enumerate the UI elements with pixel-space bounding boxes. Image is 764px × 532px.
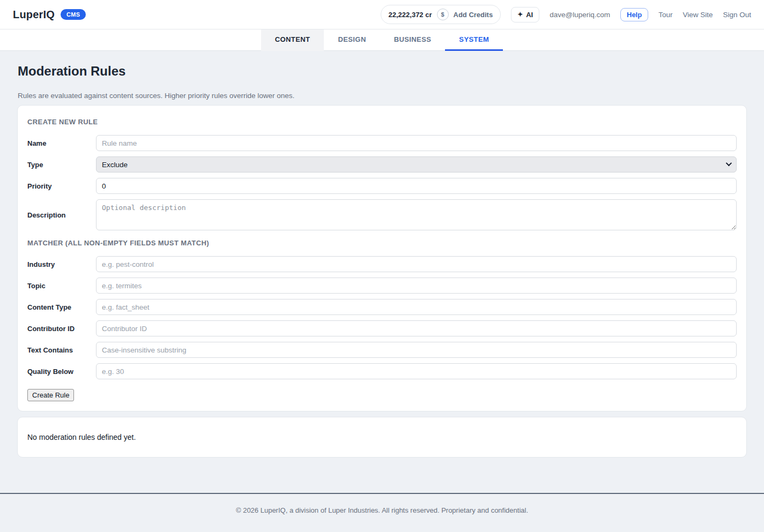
main-nav: CONTENT DESIGN BUSINESS SYSTEM xyxy=(0,29,764,51)
form-row-text-contains: Text Contains xyxy=(27,342,737,358)
sparkle-icon: ✦ xyxy=(517,11,523,18)
tab-content[interactable]: CONTENT xyxy=(261,29,324,51)
name-input[interactable] xyxy=(96,135,737,151)
cms-badge: CMS xyxy=(61,9,86,20)
tab-business[interactable]: BUSINESS xyxy=(380,29,446,51)
form-row-topic: Topic xyxy=(27,278,737,294)
tab-system[interactable]: SYSTEM xyxy=(445,29,503,51)
sign-out-link[interactable]: Sign Out xyxy=(723,11,751,19)
form-row-description: Description xyxy=(27,199,737,230)
create-rule-card: CREATE NEW RULE Name Type Exclude Priori… xyxy=(17,105,747,411)
form-row-contributor-id: Contributor ID xyxy=(27,320,737,336)
user-email: dave@luperiq.com xyxy=(550,11,610,19)
header-actions: 22,222,372 cr $ Add Credits ✦ AI dave@lu… xyxy=(381,5,751,24)
tour-link[interactable]: Tour xyxy=(658,11,672,19)
contributor-id-input[interactable] xyxy=(96,320,737,336)
page-subtitle: Rules are evaluated against content sour… xyxy=(18,92,747,100)
page-footer: © 2026 LuperIQ, a division of Luper Indu… xyxy=(0,493,764,532)
name-label: Name xyxy=(27,139,96,147)
industry-label: Industry xyxy=(27,260,96,268)
priority-input[interactable] xyxy=(96,178,737,194)
dollar-icon: $ xyxy=(437,9,449,20)
form-row-industry: Industry xyxy=(27,256,737,272)
description-label: Description xyxy=(27,211,96,219)
create-rule-button[interactable]: Create Rule xyxy=(27,389,74,401)
tab-design[interactable]: DESIGN xyxy=(324,29,380,51)
type-label: Type xyxy=(27,161,96,169)
description-textarea[interactable] xyxy=(96,199,737,230)
brand: LuperIQ CMS xyxy=(13,9,86,21)
add-credits-button[interactable]: Add Credits xyxy=(454,11,493,19)
page-title: Moderation Rules xyxy=(18,64,747,79)
ai-button[interactable]: ✦ AI xyxy=(511,7,539,23)
type-select-wrap: Exclude xyxy=(96,156,737,173)
rules-empty-message: No moderation rules defined yet. xyxy=(27,433,136,441)
app-logo: LuperIQ xyxy=(13,9,55,21)
help-button[interactable]: Help xyxy=(620,8,648,21)
rules-list-card: No moderation rules defined yet. xyxy=(17,417,747,458)
footer-copyright: © 2026 LuperIQ, a division of Luper Indu… xyxy=(236,506,528,514)
industry-input[interactable] xyxy=(96,256,737,272)
form-row-priority: Priority xyxy=(27,178,737,194)
credits-pill[interactable]: 22,222,372 cr $ Add Credits xyxy=(381,5,501,24)
credits-amount: 22,222,372 cr xyxy=(389,11,432,19)
priority-label: Priority xyxy=(27,182,96,190)
content-type-input[interactable] xyxy=(96,299,737,315)
app-header: LuperIQ CMS 22,222,372 cr $ Add Credits … xyxy=(0,0,764,29)
matcher-section-heading: MATCHER (ALL NON-EMPTY FIELDS MUST MATCH… xyxy=(27,239,737,247)
quality-below-input[interactable] xyxy=(96,363,737,379)
topic-input[interactable] xyxy=(96,278,737,294)
form-row-quality-below: Quality Below xyxy=(27,363,737,379)
content-type-label: Content Type xyxy=(27,303,96,311)
topic-label: Topic xyxy=(27,282,96,290)
form-row-content-type: Content Type xyxy=(27,299,737,315)
create-rule-section-heading: CREATE NEW RULE xyxy=(27,118,737,126)
ai-button-label: AI xyxy=(526,11,533,19)
contributor-id-label: Contributor ID xyxy=(27,325,96,333)
form-row-name: Name xyxy=(27,135,737,151)
form-row-type: Type Exclude xyxy=(27,156,737,173)
view-site-link[interactable]: View Site xyxy=(683,11,713,19)
main-content: Moderation Rules Rules are evaluated aga… xyxy=(0,51,764,493)
text-contains-input[interactable] xyxy=(96,342,737,358)
text-contains-label: Text Contains xyxy=(27,346,96,354)
quality-below-label: Quality Below xyxy=(27,368,96,376)
type-select[interactable]: Exclude xyxy=(96,156,737,173)
